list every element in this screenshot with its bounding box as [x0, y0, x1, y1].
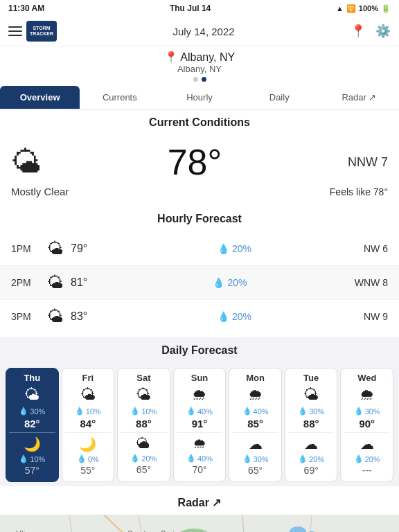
daily-day-precip: 💧 40%	[232, 407, 278, 416]
daily-night-precip: 💧 10%	[9, 454, 55, 463]
daily-night-icon: 🌙	[9, 436, 55, 452]
hourly-time: 2PM	[11, 277, 40, 288]
status-bar: 11:30 AM Thu Jul 14 ▲ 🛜 100% 🔋	[0, 0, 399, 17]
current-description: Mostly Clear	[11, 186, 69, 197]
daily-card[interactable]: Sat 🌤 💧 10% 88° 🌥 💧 20% 65°	[117, 368, 170, 482]
drop-icon: 💧	[19, 454, 28, 463]
daily-day-label: Tue	[288, 373, 335, 383]
dot-1[interactable]	[193, 77, 198, 82]
card-divider	[65, 432, 112, 433]
tab-overview[interactable]: Overview	[0, 86, 80, 109]
hourly-row: 2PM 🌤 81° 💧 20% WNW 8	[0, 266, 399, 299]
radar-section: Radar ↗ 91 Utica Sara	[0, 490, 399, 532]
daily-day-icon: 🌤	[65, 386, 112, 404]
app-logo: STORM TRACKER	[26, 21, 57, 42]
daily-night-precip: 💧 40%	[177, 454, 223, 463]
hourly-icon: 🌤	[47, 239, 64, 258]
hourly-rows: 1PM 🌤 79° 💧 20% NW 6 2PM 🌤 81° 💧 20% WNW…	[0, 232, 399, 333]
battery-icon: 🔋	[381, 4, 391, 13]
wifi-icon: 🛜	[346, 4, 356, 13]
hourly-wind: NW 6	[364, 243, 388, 254]
daily-precip-pct: 40%	[254, 407, 269, 416]
daily-night-icon: 🌙	[65, 436, 112, 452]
drop-icon: 💧	[242, 454, 252, 463]
drop-icon: 💧	[19, 407, 28, 416]
hourly-precip: 💧 20%	[105, 243, 364, 254]
tab-currents[interactable]: Currents	[80, 86, 159, 109]
daily-night-precip-pct: 10%	[30, 455, 45, 463]
daily-day-label: Fri	[65, 373, 112, 383]
daily-night-icon: 🌧	[177, 436, 223, 452]
drop-icon: 💧	[218, 243, 229, 254]
tab-hourly[interactable]: Hourly	[159, 86, 239, 109]
card-divider	[232, 432, 278, 433]
daily-day-precip: 💧 30%	[288, 407, 335, 416]
daily-precip-pct: 10%	[86, 407, 101, 416]
hourly-time: 3PM	[11, 311, 40, 322]
daily-high-temp: 90°	[344, 418, 390, 429]
daily-title: Daily Forecast	[0, 337, 399, 364]
drop-icon: 💧	[298, 454, 308, 463]
hourly-wind: WNW 8	[355, 277, 388, 288]
daily-day-label: Sun	[177, 373, 223, 383]
location-icon[interactable]: 📍	[351, 24, 366, 39]
daily-high-temp: 84°	[65, 418, 112, 429]
daily-day-icon: 🌤	[9, 386, 55, 404]
daily-day-icon: 🌧	[177, 386, 223, 404]
daily-precip-pct: 40%	[197, 407, 213, 416]
status-date: Thu Jul 14	[170, 3, 211, 13]
daily-night-precip: 💧 20%	[121, 454, 167, 463]
daily-grid: Thu 🌤 💧 30% 82° 🌙 💧 10% 57° Fri 🌤 💧 10% …	[0, 364, 399, 486]
precip-pct: 20%	[227, 277, 247, 288]
card-divider	[9, 432, 55, 433]
drop-icon: 💧	[186, 407, 196, 416]
radar-map[interactable]: 91 Utica Saratoga Springs Schenectady	[0, 515, 399, 532]
daily-day-precip: 💧 30%	[9, 407, 55, 416]
daily-day-label: Wed	[344, 373, 390, 383]
battery-label: 100%	[359, 4, 378, 12]
daily-low-temp: 65°	[232, 465, 278, 476]
page-dots	[4, 77, 395, 82]
status-time: 11:30 AM	[8, 3, 44, 13]
daily-low-temp: 70°	[177, 464, 223, 475]
drop-icon: 💧	[75, 407, 85, 416]
daily-day-precip: 💧 10%	[121, 407, 167, 416]
hourly-precip: 💧 20%	[105, 311, 364, 322]
tab-daily[interactable]: Daily	[240, 86, 319, 109]
hourly-temp: 83°	[71, 310, 105, 323]
daily-high-temp: 85°	[232, 418, 278, 429]
daily-section: Daily Forecast Thu 🌤 💧 30% 82° 🌙 💧 10% 5…	[0, 337, 399, 486]
daily-low-temp: 55°	[65, 465, 112, 476]
hourly-precip: 💧 20%	[105, 277, 355, 288]
signal-icon: ▲	[336, 4, 344, 12]
hourly-title: Hourly Forecast	[0, 206, 399, 232]
daily-low-temp: 69°	[288, 465, 335, 476]
status-right: ▲ 🛜 100% 🔋	[336, 4, 391, 13]
drop-icon: 💧	[130, 454, 140, 463]
daily-precip-pct: 30%	[365, 407, 380, 416]
daily-card[interactable]: Wed 🌧 💧 30% 90° ☁ 💧 20% ---	[340, 368, 393, 482]
daily-night-icon: ☁	[232, 436, 278, 452]
card-divider	[288, 432, 335, 433]
daily-precip-pct: 30%	[309, 407, 324, 416]
daily-day-icon: 🌧	[344, 386, 390, 404]
daily-day-icon: 🌧	[232, 386, 278, 404]
daily-card[interactable]: Thu 🌤 💧 30% 82° 🌙 💧 10% 57°	[6, 368, 59, 482]
daily-night-precip-pct: 40%	[197, 454, 213, 463]
daily-card[interactable]: Tue 🌤 💧 30% 88° ☁ 💧 20% 69°	[285, 368, 338, 482]
precip-pct: 20%	[232, 243, 251, 254]
daily-card[interactable]: Fri 🌤 💧 10% 84° 🌙 💧 0% 55°	[62, 368, 115, 482]
settings-icon[interactable]: ⚙️	[375, 24, 391, 39]
drop-icon: 💧	[213, 277, 224, 288]
daily-card[interactable]: Sun 🌧 💧 40% 91° 🌧 💧 40% 70°	[173, 368, 227, 482]
tab-radar[interactable]: Radar ↗	[319, 86, 399, 109]
current-conditions-section: Current Conditions 🌤 78° NNW 7 Mostly Cl…	[0, 109, 399, 206]
daily-day-precip: 💧 40%	[177, 407, 223, 416]
dot-2[interactable]	[202, 77, 206, 82]
current-conditions-title: Current Conditions	[0, 109, 399, 136]
daily-card[interactable]: Mon 🌧 💧 40% 85° ☁ 💧 30% 65°	[229, 368, 282, 482]
daily-high-temp: 82°	[9, 418, 55, 429]
hamburger-menu[interactable]	[8, 26, 22, 36]
daily-low-temp: 57°	[9, 465, 55, 476]
location-bar: 📍 Albany, NY Albany, NY	[0, 46, 399, 86]
